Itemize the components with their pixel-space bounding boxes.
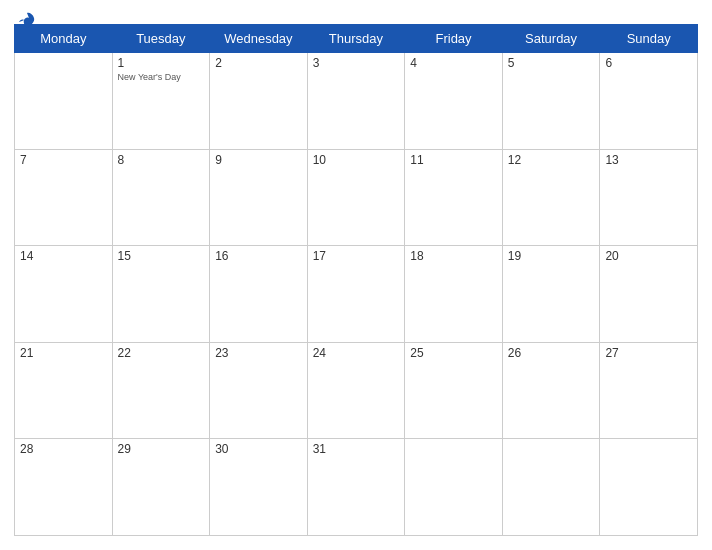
logo-area: [14, 10, 38, 32]
calendar-cell: 16: [210, 246, 308, 343]
calendar-cell: 17: [307, 246, 405, 343]
day-number: 29: [118, 442, 205, 456]
day-number: 26: [508, 346, 595, 360]
calendar-cell: 11: [405, 149, 503, 246]
day-number: 25: [410, 346, 497, 360]
calendar-cell: 19: [502, 246, 600, 343]
day-number: 19: [508, 249, 595, 263]
calendar-cell: 1New Year's Day: [112, 53, 210, 150]
logo-bird-icon: [16, 10, 38, 32]
calendar-cell: 24: [307, 342, 405, 439]
calendar-cell: 12: [502, 149, 600, 246]
calendar-cell: 27: [600, 342, 698, 439]
calendar-cell: 14: [15, 246, 113, 343]
calendar-cell: 28: [15, 439, 113, 536]
calendar-cell: 18: [405, 246, 503, 343]
day-number: 10: [313, 153, 400, 167]
day-number: 28: [20, 442, 107, 456]
calendar-container: MondayTuesdayWednesdayThursdayFridaySatu…: [0, 0, 712, 550]
calendar-cell: 29: [112, 439, 210, 536]
day-number: 7: [20, 153, 107, 167]
day-number: 27: [605, 346, 692, 360]
calendar-cell: 25: [405, 342, 503, 439]
calendar-cell: 7: [15, 149, 113, 246]
day-number: 20: [605, 249, 692, 263]
day-number: 17: [313, 249, 400, 263]
day-number: 4: [410, 56, 497, 70]
calendar-table: MondayTuesdayWednesdayThursdayFridaySatu…: [14, 24, 698, 536]
day-number: 18: [410, 249, 497, 263]
calendar-cell: 10: [307, 149, 405, 246]
weekday-header-tuesday: Tuesday: [112, 25, 210, 53]
weekday-header-saturday: Saturday: [502, 25, 600, 53]
calendar-cell: 5: [502, 53, 600, 150]
day-number: 12: [508, 153, 595, 167]
calendar-week-row: 21222324252627: [15, 342, 698, 439]
calendar-cell: 8: [112, 149, 210, 246]
day-number: 24: [313, 346, 400, 360]
calendar-cell: 4: [405, 53, 503, 150]
day-number: 3: [313, 56, 400, 70]
calendar-cell: 2: [210, 53, 308, 150]
day-number: 6: [605, 56, 692, 70]
calendar-week-row: 78910111213: [15, 149, 698, 246]
day-number: 1: [118, 56, 205, 70]
calendar-week-row: 28293031: [15, 439, 698, 536]
day-number: 30: [215, 442, 302, 456]
weekday-header-friday: Friday: [405, 25, 503, 53]
day-number: 5: [508, 56, 595, 70]
calendar-cell: [405, 439, 503, 536]
calendar-cell: 3: [307, 53, 405, 150]
calendar-cell: 15: [112, 246, 210, 343]
day-number: 16: [215, 249, 302, 263]
calendar-cell: [600, 439, 698, 536]
calendar-cell: [502, 439, 600, 536]
day-number: 8: [118, 153, 205, 167]
calendar-thead: MondayTuesdayWednesdayThursdayFridaySatu…: [15, 25, 698, 53]
calendar-week-row: 14151617181920: [15, 246, 698, 343]
calendar-cell: 31: [307, 439, 405, 536]
calendar-cell: 30: [210, 439, 308, 536]
day-number: 11: [410, 153, 497, 167]
weekday-header-wednesday: Wednesday: [210, 25, 308, 53]
day-number: 13: [605, 153, 692, 167]
day-number: 2: [215, 56, 302, 70]
weekday-header-thursday: Thursday: [307, 25, 405, 53]
calendar-cell: 22: [112, 342, 210, 439]
calendar-cell: 6: [600, 53, 698, 150]
calendar-cell: 23: [210, 342, 308, 439]
day-number: 31: [313, 442, 400, 456]
weekday-header-row: MondayTuesdayWednesdayThursdayFridaySatu…: [15, 25, 698, 53]
day-number: 15: [118, 249, 205, 263]
calendar-tbody: 1New Year's Day2345678910111213141516171…: [15, 53, 698, 536]
weekday-header-sunday: Sunday: [600, 25, 698, 53]
calendar-week-row: 1New Year's Day23456: [15, 53, 698, 150]
day-number: 23: [215, 346, 302, 360]
calendar-cell: 21: [15, 342, 113, 439]
calendar-cell: [15, 53, 113, 150]
calendar-cell: 26: [502, 342, 600, 439]
day-number: 22: [118, 346, 205, 360]
day-number: 14: [20, 249, 107, 263]
holiday-label: New Year's Day: [118, 72, 205, 83]
calendar-cell: 13: [600, 149, 698, 246]
calendar-header: [14, 10, 698, 18]
calendar-cell: 20: [600, 246, 698, 343]
day-number: 9: [215, 153, 302, 167]
calendar-cell: 9: [210, 149, 308, 246]
day-number: 21: [20, 346, 107, 360]
